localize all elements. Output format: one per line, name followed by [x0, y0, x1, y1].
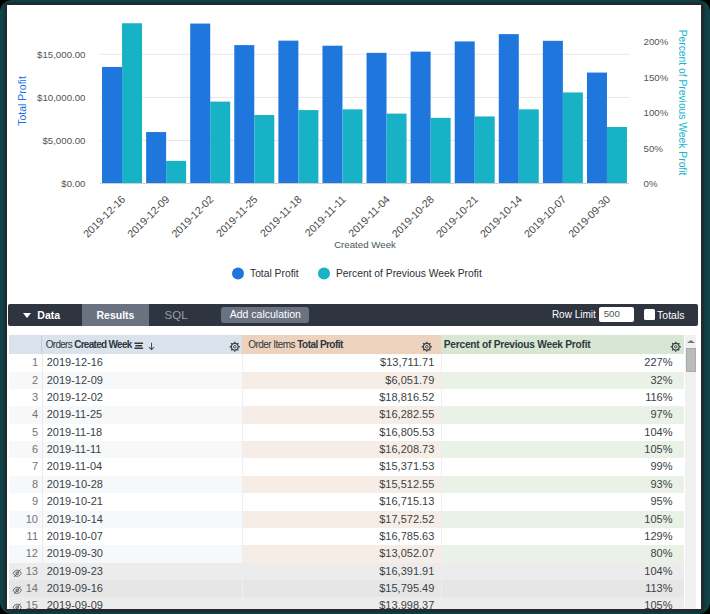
- svg-text:100%: 100%: [644, 107, 669, 118]
- svg-text:2019-12-16: 2019-12-16: [81, 193, 128, 240]
- svg-text:2019-10-07: 2019-10-07: [521, 193, 568, 240]
- svg-text:2019-11-18: 2019-11-18: [258, 193, 304, 239]
- svg-text:2019-12-09: 2019-12-09: [125, 193, 172, 240]
- svg-text:Created Week: Created Week: [334, 239, 396, 250]
- svg-text:50%: 50%: [644, 143, 664, 154]
- svg-text:$15,000.00: $15,000.00: [37, 49, 86, 60]
- svg-text:2019-10-28: 2019-10-28: [389, 193, 436, 240]
- svg-text:Total Profit: Total Profit: [250, 268, 299, 279]
- svg-text:$0.00: $0.00: [61, 178, 86, 189]
- svg-text:2019-11-25: 2019-11-25: [213, 193, 259, 239]
- svg-text:Percent of Previous Week Profi: Percent of Previous Week Profit: [677, 30, 688, 176]
- svg-text:2019-12-02: 2019-12-02: [169, 193, 216, 240]
- svg-text:2019-09-30: 2019-09-30: [566, 193, 613, 240]
- svg-text:200%: 200%: [644, 36, 669, 47]
- svg-text:Total Profit: Total Profit: [16, 76, 28, 126]
- svg-text:2019-11-11: 2019-11-11: [302, 193, 348, 239]
- svg-text:$10,000.00: $10,000.00: [37, 92, 86, 103]
- svg-text:0%: 0%: [644, 178, 658, 189]
- svg-text:2019-10-21: 2019-10-21: [433, 193, 480, 240]
- svg-text:2019-10-14: 2019-10-14: [477, 193, 524, 240]
- svg-text:2019-11-04: 2019-11-04: [346, 193, 392, 239]
- svg-text:150%: 150%: [644, 72, 669, 83]
- svg-text:Percent of Previous Week Profi: Percent of Previous Week Profit: [336, 268, 482, 279]
- svg-text:$5,000.00: $5,000.00: [42, 135, 86, 146]
